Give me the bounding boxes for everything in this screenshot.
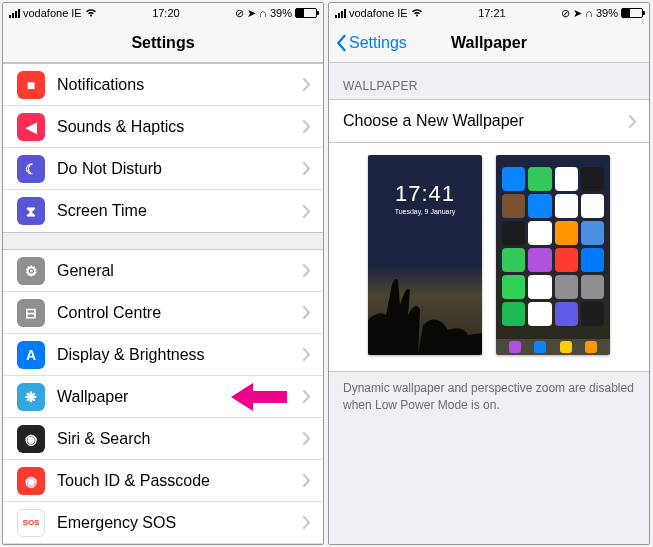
row-screen-time[interactable]: ⧗Screen Time <box>3 190 323 232</box>
app-icon <box>502 275 525 299</box>
app-icon <box>502 302 525 326</box>
back-label: Settings <box>349 34 407 52</box>
status-time: 17:21 <box>478 7 506 19</box>
row-label: General <box>57 262 303 280</box>
row-choose-wallpaper[interactable]: Choose a New Wallpaper <box>329 100 649 142</box>
lock-screen-preview[interactable]: 17:41 Tuesday, 9 January <box>368 155 482 355</box>
row-label: Screen Time <box>57 202 303 220</box>
app-icon <box>555 194 578 218</box>
row-general[interactable]: ⚙General <box>3 250 323 292</box>
chevron-right-icon <box>303 390 311 403</box>
chevron-right-icon <box>303 432 311 445</box>
location-icon: ➤ <box>247 7 256 20</box>
signal-icon <box>9 9 20 18</box>
row-control-centre[interactable]: ⊟Control Centre <box>3 292 323 334</box>
wallpaper-screen: vodafone IE 17:21 ⊘ ➤ ∩ 39% Settings Wal… <box>328 2 650 545</box>
row-siri[interactable]: ◉Siri & Search <box>3 418 323 460</box>
row-label: Touch ID & Passcode <box>57 472 303 490</box>
app-icon <box>528 302 551 326</box>
row-label: Control Centre <box>57 304 303 322</box>
callout-arrow-icon <box>231 383 287 411</box>
app-icon <box>581 248 604 272</box>
carrier-label: vodafone IE <box>23 7 82 19</box>
row-display[interactable]: ADisplay & Brightness <box>3 334 323 376</box>
section-header: WALLPAPER <box>329 63 649 99</box>
dock-app-icon <box>534 341 546 353</box>
back-button[interactable]: Settings <box>335 34 407 52</box>
nav-bar: Settings Wallpaper <box>329 23 649 63</box>
footer-note: Dynamic wallpaper and perspective zoom a… <box>329 372 649 422</box>
sos-icon: SOS <box>17 509 45 537</box>
lock-preview-time: 17:41 <box>368 155 482 207</box>
row-wallpaper[interactable]: ❋Wallpaper <box>3 376 323 418</box>
chevron-right-icon <box>303 264 311 277</box>
screentime-icon: ⧗ <box>17 197 45 225</box>
status-time: 17:20 <box>152 7 180 19</box>
notifications-icon: ■ <box>17 71 45 99</box>
chevron-right-icon <box>303 306 311 319</box>
row-sounds[interactable]: ◀Sounds & Haptics <box>3 106 323 148</box>
app-icon <box>555 221 578 245</box>
status-bar: vodafone IE 17:21 ⊘ ➤ ∩ 39% <box>329 3 649 23</box>
settings-list[interactable]: ■Notifications◀Sounds & Haptics☾Do Not D… <box>3 63 323 544</box>
row-label: Notifications <box>57 76 303 94</box>
app-icon <box>555 248 578 272</box>
app-icon <box>528 275 551 299</box>
joshua-tree-silhouette <box>368 255 482 355</box>
battery-icon <box>295 8 317 18</box>
status-bar: vodafone IE 17:20 ⊘ ➤ ∩ 39% <box>3 3 323 23</box>
wallpaper-previews: 17:41 Tuesday, 9 January <box>329 143 649 372</box>
row-label: Siri & Search <box>57 430 303 448</box>
chevron-right-icon <box>303 348 311 361</box>
app-icon <box>528 194 551 218</box>
nav-bar: Settings <box>3 23 323 63</box>
wifi-icon <box>85 8 97 19</box>
app-icon <box>528 221 551 245</box>
nav-title: Wallpaper <box>451 34 527 52</box>
dock-app-icon <box>585 341 597 353</box>
row-sos[interactable]: SOSEmergency SOS <box>3 502 323 544</box>
app-icon <box>528 248 551 272</box>
row-label: Sounds & Haptics <box>57 118 303 136</box>
display-icon: A <box>17 341 45 369</box>
siri-icon: ◉ <box>17 425 45 453</box>
chevron-right-icon <box>303 474 311 487</box>
row-dnd[interactable]: ☾Do Not Disturb <box>3 148 323 190</box>
row-notifications[interactable]: ■Notifications <box>3 64 323 106</box>
wallpaper-icon: ❋ <box>17 383 45 411</box>
headphones-icon: ∩ <box>585 7 593 19</box>
control-centre-icon: ⊟ <box>17 299 45 327</box>
app-icon <box>555 167 578 191</box>
headphones-icon: ∩ <box>259 7 267 19</box>
chevron-right-icon <box>303 162 311 175</box>
row-label: Do Not Disturb <box>57 160 303 178</box>
lock-preview-date: Tuesday, 9 January <box>368 208 482 215</box>
dock-app-icon <box>509 341 521 353</box>
app-icon <box>581 167 604 191</box>
carrier-label: vodafone IE <box>349 7 408 19</box>
battery-icon <box>621 8 643 18</box>
chevron-right-icon <box>303 205 311 218</box>
chevron-right-icon <box>303 120 311 133</box>
location-icon: ➤ <box>573 7 582 20</box>
app-icon <box>581 194 604 218</box>
row-touchid[interactable]: ◉Touch ID & Passcode <box>3 460 323 502</box>
rotation-lock-icon: ⊘ <box>235 7 244 20</box>
chevron-right-icon <box>303 78 311 91</box>
row-label: Display & Brightness <box>57 346 303 364</box>
general-icon: ⚙ <box>17 257 45 285</box>
nav-title: Settings <box>131 34 194 52</box>
settings-screen: vodafone IE 17:20 ⊘ ➤ ∩ 39% Settings ■No… <box>2 2 324 545</box>
battery-pct: 39% <box>270 7 292 19</box>
chevron-right-icon <box>303 516 311 529</box>
wallpaper-content[interactable]: WALLPAPER Choose a New Wallpaper 17:41 T… <box>329 63 649 544</box>
app-icon <box>502 194 525 218</box>
app-icon <box>502 221 525 245</box>
app-icon <box>502 167 525 191</box>
home-screen-preview[interactable] <box>496 155 610 355</box>
dnd-icon: ☾ <box>17 155 45 183</box>
app-icon <box>528 167 551 191</box>
dock-app-icon <box>560 341 572 353</box>
app-icon <box>581 221 604 245</box>
touchid-icon: ◉ <box>17 467 45 495</box>
